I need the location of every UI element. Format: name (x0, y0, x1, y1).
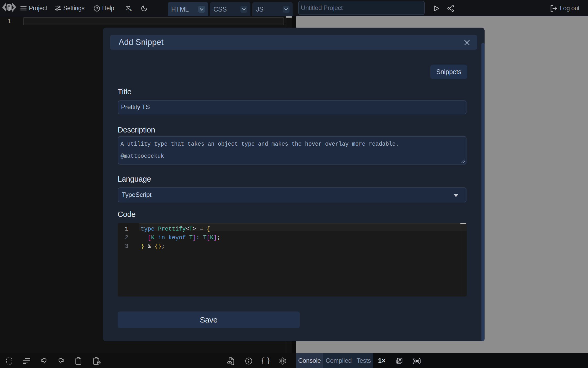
svg-text:A: A (129, 8, 132, 12)
